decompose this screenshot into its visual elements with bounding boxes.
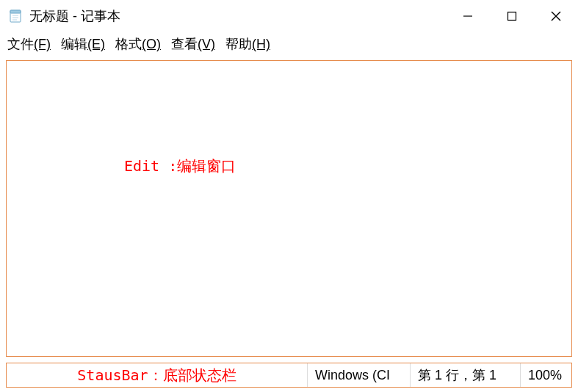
- statusbar: StausBar：底部状态栏 Windows (CI 第 1 行，第 1 100…: [6, 363, 572, 388]
- menu-view[interactable]: 查看(V): [171, 35, 215, 53]
- titlebar: 无标题 - 记事本: [0, 0, 578, 32]
- menu-edit[interactable]: 编辑(E): [61, 35, 105, 53]
- text-edit-area[interactable]: Edit :编辑窗口: [6, 60, 572, 357]
- window-title: 无标题 - 记事本: [29, 7, 446, 25]
- menu-format[interactable]: 格式(O): [115, 35, 161, 53]
- minimize-button[interactable]: [446, 0, 490, 32]
- svg-rect-1: [10, 10, 21, 13]
- edit-area-wrapper: Edit :编辑窗口: [0, 56, 578, 363]
- notepad-window: 无标题 - 记事本 文件(F) 编辑(E) 格式(O) 查看(V) 帮助(H) …: [0, 0, 578, 392]
- status-encoding: Windows (CI: [307, 363, 410, 387]
- statusbar-annotation-cell: StausBar：底部状态栏: [7, 363, 307, 387]
- window-controls: [446, 0, 578, 32]
- close-button[interactable]: [534, 0, 578, 32]
- status-zoom: 100%: [520, 363, 571, 387]
- edit-annotation-label: Edit :编辑窗口: [124, 156, 236, 176]
- menu-file[interactable]: 文件(F): [7, 35, 51, 53]
- menu-help[interactable]: 帮助(H): [225, 35, 270, 53]
- svg-rect-6: [508, 12, 516, 21]
- status-line-col: 第 1 行，第 1: [410, 363, 520, 387]
- notepad-icon: [7, 8, 24, 24]
- maximize-button[interactable]: [490, 0, 534, 32]
- statusbar-annotation-label: StausBar：底部状态栏: [77, 366, 236, 385]
- menubar: 文件(F) 编辑(E) 格式(O) 查看(V) 帮助(H): [0, 32, 578, 56]
- svg-line-7: [552, 12, 560, 21]
- svg-line-8: [552, 12, 560, 21]
